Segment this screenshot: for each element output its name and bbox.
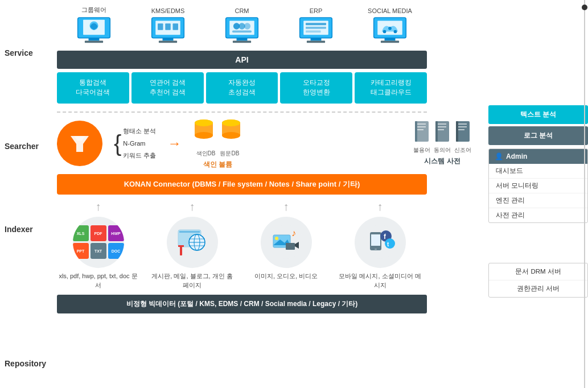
- repo-icon-files: XLS PDF HWP PPT TXT DOC: [73, 217, 124, 268]
- groupware-icon: [74, 16, 114, 46]
- funnel-icon: [68, 131, 92, 155]
- timeline-line: [584, 0, 585, 388]
- repo-arrow-up-3: ↑: [377, 200, 383, 213]
- repo-item-web: ↑ 게시판, 메일, 블로그, 개인 홈페이지: [151, 200, 233, 290]
- arrow-right: →: [167, 135, 181, 151]
- searcher-item-0[interactable]: 통합검색 다국어검색: [57, 72, 129, 104]
- indexer-layer-label: Indexer: [0, 225, 46, 234]
- svg-point-42: [222, 132, 240, 139]
- searcher-item-1[interactable]: 연관어 검색 추천어 검색: [131, 72, 204, 104]
- mobile-icon: f t: [361, 224, 398, 261]
- svg-rect-3: [89, 38, 100, 41]
- service-item-crm: CRM: [205, 7, 279, 46]
- svg-rect-9: [173, 23, 178, 30]
- svg-rect-58: [456, 121, 458, 142]
- api-bar: API: [57, 51, 427, 69]
- repository-row: ↑ XLS PDF HWP PPT TXT DOC xls, pdf, hwp,…: [57, 200, 483, 290]
- admin-icon: 👤: [495, 152, 503, 160]
- admin-menu-engine[interactable]: 엔진 관리: [489, 193, 587, 208]
- repo-label-files: xls, pdf, hwp, ppt, txt, doc 문서: [57, 271, 139, 290]
- svg-point-38: [195, 132, 213, 139]
- admin-header: 👤 Admin: [489, 149, 587, 164]
- service-item-label-erp: ERP: [310, 7, 323, 14]
- svg-rect-25: [311, 38, 322, 41]
- file-doc: DOC: [108, 243, 124, 259]
- repo-arrow-up-0: ↑: [96, 200, 101, 213]
- indexer-row: { 형태소 분석 N-Gram 키워드 추출 →: [57, 117, 483, 170]
- drm-item-1[interactable]: 권한관리 서버: [489, 280, 587, 297]
- searcher-item-4[interactable]: 카테고리랭킹 태그클라우드: [355, 72, 427, 104]
- svg-rect-45: [417, 123, 426, 125]
- svg-rect-47: [417, 129, 423, 130]
- text-analysis-button[interactable]: 텍스트 분석: [488, 105, 588, 124]
- book-icon-2: [434, 120, 451, 143]
- service-item-kms: KMS/EDMS: [131, 7, 205, 46]
- svg-rect-55: [458, 123, 467, 125]
- svg-rect-57: [458, 129, 464, 130]
- svg-rect-77: [371, 234, 380, 246]
- service-layer-label: Service: [0, 48, 46, 57]
- db-icon-2: [220, 117, 242, 147]
- repo-icon-media: ♪: [261, 217, 312, 268]
- file-xls: XLS: [73, 225, 89, 241]
- service-item-label-social: SOCIAL MEDIA: [368, 7, 412, 14]
- file-hwp: HWP: [108, 225, 124, 241]
- svg-point-30: [388, 27, 392, 30]
- svg-point-29: [383, 30, 386, 34]
- repo-item-mobile: ↑ f t 모바일 메: [339, 200, 421, 290]
- service-item-groupware: 그룹웨어: [57, 6, 131, 46]
- service-item-label-groupware: 그룹웨어: [81, 6, 106, 14]
- analysis-label-2: 키워드 추출: [123, 151, 156, 160]
- svg-rect-53: [435, 121, 438, 142]
- dict-label-1: 동의어: [434, 146, 451, 154]
- svg-rect-24: [306, 31, 320, 33]
- repo-label-media: 이미지, 오디오, 비디오: [254, 271, 318, 281]
- repo-item-media: ↑ ♪ 이미지, 오디오, 비디오: [245, 200, 327, 281]
- repo-label-mobile: 모바일 메시지, 소셜미디어 메시지: [339, 271, 421, 290]
- searcher-row: 통합검색 다국어검색 연관어 검색 추천어 검색 자동완성 초성검색 오타교정 …: [57, 72, 427, 104]
- svg-point-39: [195, 119, 213, 126]
- svg-point-70: [275, 237, 278, 240]
- drm-item-0[interactable]: 문서 DRM 서버: [489, 263, 587, 280]
- db-group: 색인DB 원문DB 색인 볼륨: [192, 117, 242, 170]
- svg-rect-56: [458, 126, 467, 127]
- service-item-social: SOCIAL MEDIA: [353, 7, 427, 46]
- svg-rect-8: [165, 23, 170, 30]
- admin-menu-server[interactable]: 서버 모니터링: [489, 179, 587, 193]
- svg-rect-32: [385, 38, 396, 41]
- svg-point-16: [244, 23, 250, 29]
- admin-header-label: Admin: [506, 152, 527, 160]
- svg-rect-46: [417, 126, 426, 127]
- social-icon: [370, 16, 410, 46]
- funnel-circle: [57, 121, 102, 166]
- admin-menu-dashboard[interactable]: 대시보드: [489, 164, 587, 179]
- svg-rect-26: [307, 41, 325, 43]
- svg-rect-7: [158, 23, 163, 30]
- dict-group: 불용어 동의어 신조어 시스템 사전: [413, 120, 471, 166]
- svg-rect-67: [178, 245, 184, 247]
- repo-icon-mobile: f t: [355, 217, 406, 268]
- dict-main-label: 시스템 사전: [424, 156, 460, 166]
- erp-icon: [296, 16, 336, 46]
- searcher-item-3[interactable]: 오타교정 한영변환: [280, 72, 352, 104]
- repo-label-web: 게시판, 메일, 블로그, 개인 홈페이지: [151, 271, 233, 290]
- admin-menu-dict[interactable]: 사전 관리: [489, 208, 587, 222]
- repo-icon-web: [167, 217, 218, 268]
- svg-point-81: [385, 238, 395, 249]
- svg-rect-23: [306, 27, 326, 29]
- svg-rect-51: [437, 126, 446, 127]
- dict-icons-row: [413, 120, 471, 143]
- repo-arrow-up-2: ↑: [283, 200, 289, 213]
- analysis-label-0: 형태소 분석: [123, 127, 156, 135]
- svg-rect-11: [159, 41, 177, 43]
- dict-label-2: 신조어: [454, 146, 471, 154]
- svg-rect-48: [415, 121, 417, 142]
- svg-point-31: [394, 30, 397, 34]
- web-icon: [175, 225, 209, 259]
- drm-box: 문서 DRM 서버 권한관리 서버: [488, 263, 588, 298]
- log-analysis-button[interactable]: 로그 분석: [488, 126, 588, 145]
- searcher-item-2[interactable]: 자동완성 초성검색: [206, 72, 278, 104]
- book-icon-3: [454, 120, 471, 143]
- dashed-separator: [57, 112, 427, 113]
- analysis-label-1: N-Gram: [123, 140, 156, 147]
